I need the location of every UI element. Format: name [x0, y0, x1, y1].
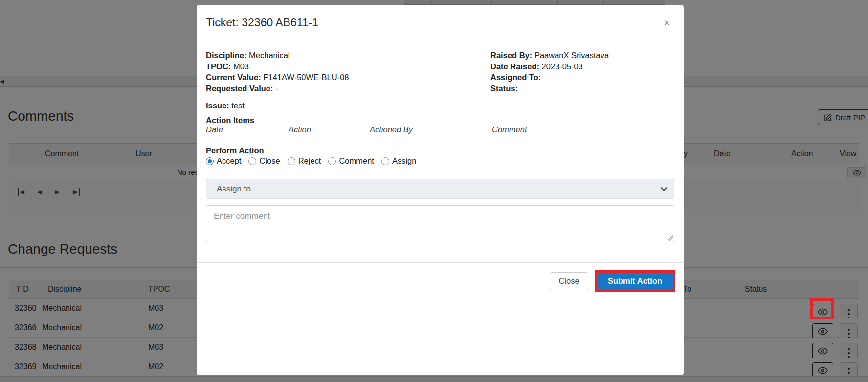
modal-footer-divider	[197, 262, 684, 263]
radio-label: Close	[259, 156, 280, 166]
field-label: Assigned To:	[490, 73, 541, 82]
field-value: Mechanical	[249, 51, 289, 60]
ticket-fields-left: Discipline: Mechanical TPOC: M03 Current…	[206, 50, 349, 94]
radio-close[interactable]: Close	[248, 156, 280, 166]
action-items-title: Action Items	[206, 116, 254, 125]
submit-action-button[interactable]: Submit Action	[597, 273, 673, 290]
field-current-value: Current Value: F141AW-50WE-BLU-08	[206, 72, 349, 83]
field-value: test	[231, 101, 245, 110]
radio-label: Comment	[339, 156, 374, 166]
field-label: Status:	[490, 84, 518, 93]
field-status: Status:	[490, 83, 609, 94]
field-label: Discipline:	[206, 51, 246, 60]
modal-title: Ticket: 32360 AB611-1	[206, 16, 318, 29]
ai-col-actioned-by: Actioned By	[370, 125, 413, 134]
close-icon[interactable]: ×	[664, 17, 670, 29]
field-label: TPOC:	[206, 62, 231, 71]
field-value: -	[275, 84, 278, 93]
submit-action-highlight: Submit Action	[595, 270, 675, 292]
field-label: Date Raised:	[490, 62, 539, 71]
radio-label: Assign	[392, 156, 417, 166]
field-assigned-to: Assigned To:	[490, 72, 609, 83]
ai-col-date: Date	[206, 125, 223, 134]
field-value: M03	[233, 62, 249, 71]
ai-col-action: Action	[289, 125, 311, 134]
modal-header: Ticket: 32360 AB611-1 ×	[197, 5, 684, 39]
field-value: 2023-05-03	[542, 62, 583, 71]
assign-to-select[interactable]: Assign to...	[206, 179, 674, 199]
ai-col-comment: Comment	[492, 125, 527, 134]
field-tpoc: TPOC: M03	[206, 61, 349, 72]
radio-icon	[381, 157, 389, 165]
ticket-modal: Ticket: 32360 AB611-1 × Discipline: Mech…	[197, 5, 684, 375]
radio-icon	[248, 157, 256, 165]
radio-assign[interactable]: Assign	[381, 156, 417, 166]
radio-icon	[288, 157, 295, 165]
radio-accept[interactable]: Accept	[206, 156, 241, 166]
radio-label: Accept	[217, 156, 241, 166]
field-requested-value: Requested Value: -	[206, 83, 349, 94]
radio-icon	[328, 157, 336, 165]
app-screen: BAS F N/A N F R ◀ Comments Comment User …	[0, 0, 868, 382]
radio-reject[interactable]: Reject	[288, 156, 321, 166]
field-discipline: Discipline: Mechanical	[206, 50, 349, 61]
field-issue: Issue: test	[206, 101, 245, 110]
field-label: Raised By:	[490, 51, 532, 60]
view-button-highlight	[810, 298, 834, 319]
ticket-fields-right: Raised By: PaawanX Srivastava Date Raise…	[490, 50, 609, 94]
comment-textarea[interactable]	[206, 205, 674, 242]
field-value: F141AW-50WE-BLU-08	[263, 73, 349, 82]
radio-label: Reject	[298, 156, 321, 166]
resize-grip-icon[interactable]	[668, 235, 673, 241]
field-label: Current Value:	[206, 73, 261, 82]
field-raised-by: Raised By: PaawanX Srivastava	[490, 50, 609, 61]
field-label: Requested Value:	[206, 84, 273, 93]
field-value: PaawanX Srivastava	[534, 51, 609, 60]
close-button[interactable]: Close	[550, 272, 588, 290]
radio-comment[interactable]: Comment	[328, 156, 374, 166]
field-label: Issue:	[206, 101, 229, 110]
radio-icon	[206, 157, 214, 165]
perform-action-radios: Accept Close Reject Comment Assign	[206, 156, 416, 166]
select-value: Assign to...	[217, 184, 258, 193]
perform-action-title: Perform Action	[206, 146, 264, 155]
field-date-raised: Date Raised: 2023-05-03	[490, 61, 609, 72]
chevron-down-icon	[661, 185, 667, 191]
